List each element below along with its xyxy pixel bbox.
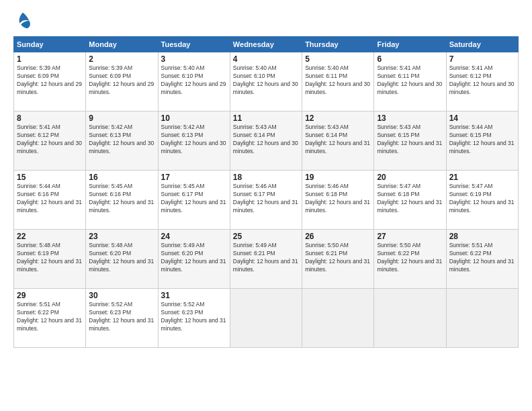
calendar-cell: 24 Sunrise: 5:49 AM Sunset: 6:20 PM Dayl… [158,230,230,289]
day-info: Sunrise: 5:51 AM Sunset: 6:22 PM Dayligh… [17,301,83,333]
day-info: Sunrise: 5:52 AM Sunset: 6:23 PM Dayligh… [89,301,154,333]
calendar-cell: 22 Sunrise: 5:48 AM Sunset: 6:19 PM Dayl… [14,230,86,289]
day-header: Thursday [302,37,374,52]
day-number: 4 [233,54,299,64]
calendar-cell: 4 Sunrise: 5:40 AM Sunset: 6:10 PM Dayli… [230,52,302,111]
day-info: Sunrise: 5:40 AM Sunset: 6:11 PM Dayligh… [305,64,371,97]
day-number: 28 [449,232,515,241]
day-number: 24 [161,232,227,241]
day-number: 25 [233,232,299,241]
day-info: Sunrise: 5:40 AM Sunset: 6:10 PM Dayligh… [233,64,299,97]
calendar-cell [374,289,446,348]
week-row: 1 Sunrise: 5:39 AM Sunset: 6:09 PM Dayli… [14,52,519,111]
page: SundayMondayTuesdayWednesdayThursdayFrid… [0,0,532,411]
day-info: Sunrise: 5:50 AM Sunset: 6:22 PM Dayligh… [377,242,443,274]
calendar-cell: 11 Sunrise: 5:43 AM Sunset: 6:14 PM Dayl… [230,111,302,171]
day-number: 1 [17,54,83,64]
calendar-cell: 18 Sunrise: 5:46 AM Sunset: 6:17 PM Dayl… [230,171,302,230]
day-number: 18 [233,173,299,182]
day-number: 30 [89,291,154,300]
calendar-cell: 25 Sunrise: 5:49 AM Sunset: 6:21 PM Dayl… [230,230,302,289]
day-number: 7 [449,54,515,64]
calendar-cell: 3 Sunrise: 5:40 AM Sunset: 6:10 PM Dayli… [158,52,230,111]
day-number: 15 [17,173,83,182]
calendar-cell: 2 Sunrise: 5:39 AM Sunset: 6:09 PM Dayli… [86,52,158,111]
day-info: Sunrise: 5:49 AM Sunset: 6:21 PM Dayligh… [233,242,299,274]
day-number: 19 [305,173,371,182]
day-number: 16 [89,173,154,182]
day-number: 9 [89,113,154,123]
day-number: 31 [161,291,227,300]
day-number: 6 [377,54,443,64]
calendar-cell: 19 Sunrise: 5:46 AM Sunset: 6:18 PM Dayl… [302,171,374,230]
day-info: Sunrise: 5:47 AM Sunset: 6:18 PM Dayligh… [377,183,443,215]
day-info: Sunrise: 5:46 AM Sunset: 6:17 PM Dayligh… [233,183,299,215]
calendar-cell: 31 Sunrise: 5:52 AM Sunset: 6:23 PM Dayl… [158,289,230,348]
day-info: Sunrise: 5:48 AM Sunset: 6:19 PM Dayligh… [17,242,83,274]
day-number: 26 [305,232,371,241]
day-number: 2 [89,54,154,64]
day-info: Sunrise: 5:39 AM Sunset: 6:09 PM Dayligh… [89,64,154,97]
day-info: Sunrise: 5:41 AM Sunset: 6:12 PM Dayligh… [449,64,515,97]
calendar-cell [230,289,302,348]
day-header: Sunday [14,37,86,52]
calendar-cell: 28 Sunrise: 5:51 AM Sunset: 6:22 PM Dayl… [446,230,518,289]
day-number: 10 [161,113,227,123]
calendar-cell: 26 Sunrise: 5:50 AM Sunset: 6:21 PM Dayl… [302,230,374,289]
week-row: 8 Sunrise: 5:41 AM Sunset: 6:12 PM Dayli… [14,111,519,171]
day-info: Sunrise: 5:52 AM Sunset: 6:23 PM Dayligh… [161,301,227,333]
day-info: Sunrise: 5:43 AM Sunset: 6:14 PM Dayligh… [233,124,299,156]
calendar-cell: 8 Sunrise: 5:41 AM Sunset: 6:12 PM Dayli… [14,111,86,171]
day-number: 22 [17,232,83,241]
day-info: Sunrise: 5:46 AM Sunset: 6:18 PM Dayligh… [305,183,371,215]
day-number: 11 [233,113,299,123]
day-info: Sunrise: 5:47 AM Sunset: 6:19 PM Dayligh… [449,183,515,215]
day-number: 13 [377,113,443,123]
day-info: Sunrise: 5:49 AM Sunset: 6:20 PM Dayligh… [161,242,227,274]
day-number: 17 [161,173,227,182]
calendar-cell: 9 Sunrise: 5:42 AM Sunset: 6:13 PM Dayli… [86,111,158,171]
calendar-cell: 20 Sunrise: 5:47 AM Sunset: 6:18 PM Dayl… [374,171,446,230]
calendar-cell: 27 Sunrise: 5:50 AM Sunset: 6:22 PM Dayl… [374,230,446,289]
calendar-cell: 5 Sunrise: 5:40 AM Sunset: 6:11 PM Dayli… [302,52,374,111]
day-header: Monday [86,37,158,52]
calendar-cell: 16 Sunrise: 5:45 AM Sunset: 6:16 PM Dayl… [86,171,158,230]
calendar-cell: 21 Sunrise: 5:47 AM Sunset: 6:19 PM Dayl… [446,171,518,230]
day-number: 29 [17,291,83,300]
day-number: 20 [377,173,443,182]
week-row: 22 Sunrise: 5:48 AM Sunset: 6:19 PM Dayl… [14,230,519,289]
day-number: 21 [449,173,515,182]
calendar-cell: 10 Sunrise: 5:42 AM Sunset: 6:13 PM Dayl… [158,111,230,171]
calendar-cell: 14 Sunrise: 5:44 AM Sunset: 6:15 PM Dayl… [446,111,518,171]
week-row: 29 Sunrise: 5:51 AM Sunset: 6:22 PM Dayl… [14,289,519,348]
header [13,11,519,30]
day-info: Sunrise: 5:45 AM Sunset: 6:16 PM Dayligh… [89,183,154,215]
day-number: 12 [305,113,371,123]
day-info: Sunrise: 5:51 AM Sunset: 6:22 PM Dayligh… [449,242,515,274]
day-info: Sunrise: 5:41 AM Sunset: 6:12 PM Dayligh… [17,124,83,156]
calendar-cell: 29 Sunrise: 5:51 AM Sunset: 6:22 PM Dayl… [14,289,86,348]
day-info: Sunrise: 5:48 AM Sunset: 6:20 PM Dayligh… [89,242,154,274]
day-header: Friday [374,37,446,52]
header-row: SundayMondayTuesdayWednesdayThursdayFrid… [14,37,519,52]
calendar-cell [446,289,518,348]
calendar-cell [302,289,374,348]
logo [13,11,35,30]
day-number: 27 [377,232,443,241]
day-header: Tuesday [158,37,230,52]
day-info: Sunrise: 5:44 AM Sunset: 6:15 PM Dayligh… [449,124,515,156]
day-number: 8 [17,113,83,123]
calendar-cell: 1 Sunrise: 5:39 AM Sunset: 6:09 PM Dayli… [14,52,86,111]
day-info: Sunrise: 5:42 AM Sunset: 6:13 PM Dayligh… [161,124,227,156]
day-info: Sunrise: 5:39 AM Sunset: 6:09 PM Dayligh… [17,64,83,97]
day-header: Wednesday [230,37,302,52]
calendar-cell: 7 Sunrise: 5:41 AM Sunset: 6:12 PM Dayli… [446,52,518,111]
day-number: 5 [305,54,371,64]
day-info: Sunrise: 5:50 AM Sunset: 6:21 PM Dayligh… [305,242,371,274]
day-info: Sunrise: 5:44 AM Sunset: 6:16 PM Dayligh… [17,183,83,215]
calendar-cell: 13 Sunrise: 5:43 AM Sunset: 6:15 PM Dayl… [374,111,446,171]
week-row: 15 Sunrise: 5:44 AM Sunset: 6:16 PM Dayl… [14,171,519,230]
day-info: Sunrise: 5:45 AM Sunset: 6:17 PM Dayligh… [161,183,227,215]
logo-icon [13,11,32,30]
day-number: 23 [89,232,154,241]
